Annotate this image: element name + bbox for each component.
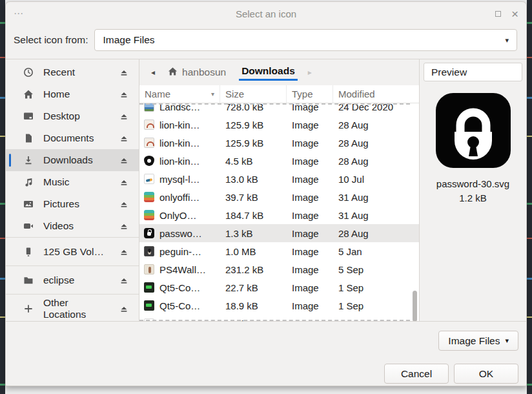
window-title: Select an icon: [52, 8, 480, 19]
video-icon: [23, 221, 34, 231]
table-row[interactable]: Qt5-Co… 22.7 kB Image 1 Sep: [139, 278, 419, 296]
sidebar-item-label: Home: [43, 88, 70, 100]
lock-file-icon: [144, 228, 154, 238]
mysql-file-icon: [144, 174, 154, 184]
table-row[interactable]: lion-kin… 125.9 kB Image 28 Aug: [139, 134, 419, 152]
table-row[interactable]: Landsc… 728.0 kB Image 24 Dec 2020: [139, 103, 419, 116]
scrollbar-thumb[interactable]: [413, 291, 417, 321]
sort-descending-icon: ▾: [211, 90, 214, 98]
sidebar-item-other-locations[interactable]: Other Locations: [6, 295, 139, 321]
table-row[interactable]: lion-kin… 125.9 kB Image 28 Aug: [139, 116, 419, 134]
back-button[interactable]: ◂: [151, 68, 155, 77]
eject-icon[interactable]: [119, 304, 128, 313]
desktop-background-right: [527, 0, 532, 394]
undershoot-top: [139, 103, 410, 105]
sidebar-item-label: Pictures: [43, 198, 79, 210]
maximize-icon: [495, 11, 501, 17]
lion-photo-file-icon: [144, 138, 154, 148]
breadcrumb: ◂ hanbosun Downloads ▸: [139, 59, 419, 85]
chevron-down-icon: ▾: [505, 337, 509, 345]
chevron-down-icon: ▾: [505, 36, 509, 45]
sidebar-item-label: eclipse: [43, 275, 74, 286]
file-filter-button[interactable]: Image Files ▾: [438, 331, 518, 351]
sidebar-item-recent[interactable]: Recent: [6, 61, 139, 83]
column-header-modified[interactable]: Modified: [333, 85, 419, 103]
overflow-icon[interactable]: ⋯: [14, 8, 52, 19]
eject-icon[interactable]: [119, 112, 128, 121]
sidebar-item-label: 125 GB Vol…: [43, 246, 104, 258]
file-list: Landsc… 728.0 kB Image 24 Dec 2020 lion-…: [139, 103, 419, 321]
table-row[interactable]: mysql-l… 13.0 kB Image 10 Jul: [139, 170, 419, 188]
icon-source-value: Image Files: [103, 34, 154, 46]
breadcrumb-home[interactable]: hanbosun: [168, 67, 226, 79]
ok-button[interactable]: OK: [454, 364, 518, 384]
eject-icon[interactable]: [119, 68, 128, 77]
sidebar-item-pictures[interactable]: Pictures: [6, 193, 139, 215]
sidebar-item-desktop[interactable]: Desktop: [6, 105, 139, 127]
music-icon: [23, 177, 34, 187]
table-header: Name ▾ Size Type Modified: [139, 85, 419, 103]
download-icon: [23, 155, 34, 165]
sidebar-item-label: Desktop: [43, 110, 80, 122]
lion-photo-file-icon: [144, 119, 154, 130]
column-header-type[interactable]: Type: [287, 85, 333, 103]
table-row[interactable]: PS4Wall… 231.2 kB Image 5 Sep: [139, 260, 419, 278]
document-icon: [23, 133, 34, 143]
preview-filename: password-30.svg: [436, 178, 509, 189]
cancel-button[interactable]: Cancel: [384, 364, 449, 384]
sidebar-item-volume[interactable]: 125 GB Vol…: [6, 238, 139, 265]
clock-icon: [23, 67, 34, 78]
penguin-file-icon: [144, 246, 154, 256]
column-header-size[interactable]: Size: [220, 85, 287, 103]
table-row[interactable]: lion-kin… 4.5 kB Image 28 Aug: [139, 152, 419, 170]
preview-filesize: 1.2 kB: [459, 192, 487, 203]
sidebar-item-eclipse[interactable]: eclipse: [6, 266, 139, 294]
sidebar-item-label: Videos: [43, 220, 74, 232]
sidebar-item-label: Downloads: [43, 154, 93, 166]
sidebar-item-downloads[interactable]: Downloads: [6, 149, 139, 171]
eject-icon[interactable]: [119, 200, 128, 209]
onlyoffice-file-icon: [144, 210, 154, 220]
eject-icon[interactable]: [119, 222, 128, 231]
preview-header: Preview: [424, 63, 522, 81]
sidebar-item-videos[interactable]: Videos: [6, 215, 139, 237]
folder-icon: [23, 275, 34, 285]
qt5-file-icon: [144, 282, 154, 293]
qt5-file-icon: [144, 300, 154, 311]
eject-icon[interactable]: [119, 90, 128, 99]
desktop-background-left: [0, 0, 5, 394]
sidebar: Recent Home Desktop Documents Downloads: [6, 59, 139, 321]
eject-icon[interactable]: [119, 276, 128, 285]
column-header-name[interactable]: Name ▾: [139, 85, 220, 103]
eject-icon[interactable]: [119, 178, 128, 187]
sidebar-item-label: Other Locations: [43, 297, 110, 320]
source-label: Select icon from:: [14, 34, 88, 46]
file-filter-label: Image Files: [448, 335, 500, 347]
breadcrumb-current[interactable]: Downloads: [239, 64, 298, 81]
scrollbar[interactable]: [412, 103, 418, 321]
titlebar[interactable]: ⋯ Select an icon ×: [6, 2, 526, 25]
drive-icon: [23, 247, 34, 257]
icon-source-combobox[interactable]: Image Files ▾: [94, 29, 517, 51]
eject-icon[interactable]: [119, 156, 128, 165]
table-row[interactable]: Qt5-Co… 18.9 kB Image 1 Sep: [139, 296, 419, 315]
table-row[interactable]: onlyoffi… 39.7 kB Image 31 Aug: [139, 188, 419, 206]
sidebar-item-music[interactable]: Music: [6, 171, 139, 193]
table-row[interactable]: OnlyO… 184.7 kB Image 31 Aug: [139, 206, 419, 224]
forward-button[interactable]: ▸: [308, 68, 312, 77]
eject-icon[interactable]: [119, 247, 128, 256]
sidebar-item-documents[interactable]: Documents: [6, 127, 139, 149]
sidebar-item-home[interactable]: Home: [6, 83, 139, 105]
undershoot-bottom: [139, 320, 410, 321]
ps4-file-icon: [144, 264, 154, 275]
sidebar-item-label: Music: [43, 176, 69, 188]
sidebar-item-label: Documents: [43, 132, 94, 144]
onlyoffice-file-icon: [144, 192, 154, 202]
close-button[interactable]: ×: [511, 8, 518, 20]
file-browser: ◂ hanbosun Downloads ▸ Name ▾ Size Type …: [139, 59, 419, 321]
preview-panel: Preview password-30.svg 1.2 kB: [419, 59, 526, 321]
table-row[interactable]: peguin-… 1.0 MB Image 5 Jan: [139, 242, 419, 260]
table-row[interactable]: passwo… 1.3 kB Image 28 Aug: [139, 224, 419, 242]
eject-icon[interactable]: [119, 134, 128, 143]
maximize-button[interactable]: [495, 8, 501, 19]
